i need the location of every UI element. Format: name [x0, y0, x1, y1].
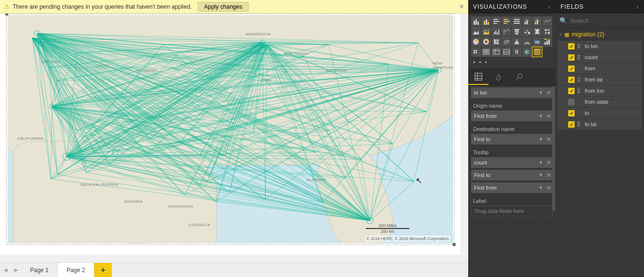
well-item-to-lon[interactable]: to lon▼✕	[471, 87, 553, 98]
apply-changes-button[interactable]: Apply changes	[198, 2, 249, 12]
add-page-button[interactable]: +	[94, 263, 112, 277]
viz-type-icon[interactable]	[512, 27, 522, 36]
table-migration[interactable]: ▿ ▦ migration (2)	[556, 28, 644, 41]
viz-type-icon[interactable]	[522, 16, 532, 26]
viz-type-icon[interactable]	[502, 16, 511, 26]
tabs-next-button[interactable]: ▶	[11, 263, 21, 277]
expand-icon[interactable]: ▿	[559, 32, 562, 37]
svg-rect-538	[474, 52, 475, 53]
viz-type-icon[interactable]	[481, 27, 491, 36]
checkbox-icon[interactable]: ✓	[568, 77, 575, 83]
chevron-down-icon[interactable]: ▼	[539, 160, 543, 165]
well-item-count[interactable]: count▼✕	[471, 157, 553, 168]
remove-field-icon[interactable]: ✕	[546, 136, 551, 143]
svg-point-528	[507, 40, 509, 42]
well-item-first-from-2[interactable]: First from▼✕	[471, 182, 553, 193]
well-item-first-from[interactable]: First from▼✕	[471, 111, 553, 121]
map-visual[interactable]: OREGON IDAHO WYOMING MINNESOTA WISCONSIN…	[6, 14, 455, 245]
chevron-down-icon[interactable]: ▼	[539, 90, 543, 95]
viz-type-icon[interactable]	[471, 47, 481, 57]
search-input[interactable]	[570, 17, 643, 24]
viz-type-icon[interactable]	[471, 27, 481, 36]
viz-type-icon[interactable]	[481, 37, 491, 47]
well-placeholder-label[interactable]: Drag data fields here	[471, 206, 553, 216]
viz-type-icon[interactable]	[542, 37, 552, 47]
chevron-down-icon[interactable]: ▼	[539, 173, 543, 178]
viz-type-icon[interactable]	[542, 27, 552, 36]
more-visuals-button[interactable]: • • •	[468, 58, 556, 69]
remove-field-icon[interactable]: ✕	[546, 185, 551, 191]
svg-rect-540	[483, 49, 489, 54]
viz-type-icon[interactable]	[471, 37, 481, 47]
field-count[interactable]: ✓Σcount	[558, 52, 642, 63]
svg-rect-504	[535, 22, 536, 24]
checkbox-icon[interactable]: ✓	[568, 54, 575, 61]
remove-field-icon[interactable]: ✕	[546, 90, 551, 96]
svg-rect-507	[495, 31, 496, 34]
vertical-scrollbar[interactable]	[460, 14, 468, 255]
remove-field-icon[interactable]: ✕	[546, 113, 551, 119]
fields-search[interactable]: 🔍	[556, 14, 644, 28]
remove-field-icon[interactable]: ✕	[546, 160, 551, 166]
fields-header[interactable]: FIELDS ›	[556, 0, 644, 14]
checkbox-icon[interactable]: ✓	[568, 88, 575, 94]
svg-line-173	[361, 70, 439, 159]
checkbox-icon[interactable]: ✓	[568, 43, 575, 49]
visualizations-header[interactable]: VISUALIZATIONS ›	[468, 0, 556, 14]
viz-type-icon[interactable]	[502, 47, 511, 57]
field-from[interactable]: ✓from	[558, 63, 642, 74]
horizontal-scrollbar[interactable]	[0, 255, 468, 262]
field-from-lon[interactable]: ✓Σfrom lon	[558, 85, 642, 96]
map-surface[interactable]: OREGON IDAHO WYOMING MINNESOTA WISCONSIN…	[8, 15, 453, 244]
viz-type-icon[interactable]	[522, 37, 532, 47]
tab-page-2[interactable]: Page 2	[58, 263, 94, 277]
viz-type-icon[interactable]	[522, 47, 532, 57]
viz-type-icon[interactable]	[542, 16, 552, 26]
format-tab[interactable]	[489, 69, 509, 85]
viz-type-icon[interactable]	[512, 37, 522, 47]
viz-type-icon[interactable]: R	[512, 47, 522, 57]
viz-type-icon[interactable]	[491, 37, 501, 47]
chevron-down-icon[interactable]: ▼	[539, 137, 543, 142]
svg-line-559	[516, 78, 519, 81]
well-item-first-to[interactable]: First to▼✕	[471, 134, 553, 145]
viz-type-icon[interactable]	[491, 16, 501, 26]
analytics-tab[interactable]	[509, 69, 529, 85]
close-notification-icon[interactable]: ✕	[459, 3, 464, 10]
well-label-origin-name: Origin name	[468, 100, 556, 111]
remove-field-icon[interactable]: ✕	[546, 172, 551, 179]
svg-rect-524	[496, 39, 497, 42]
viz-type-icon[interactable]	[491, 47, 501, 57]
svg-line-413	[32, 38, 361, 159]
tabs-prev-button[interactable]: ◀	[0, 263, 11, 277]
field-to-lat[interactable]: ✓Σto lat	[558, 119, 642, 130]
viz-type-icon[interactable]	[512, 16, 522, 26]
field-from-lat[interactable]: ✓Σfrom lat	[558, 74, 642, 85]
checkbox-icon[interactable]: ✓	[568, 121, 575, 128]
viz-type-icon[interactable]	[532, 47, 542, 57]
field-to-lon[interactable]: ✓Σto lon	[558, 41, 642, 51]
collapse-fields-icon[interactable]: ›	[636, 3, 639, 11]
well-item-first-to-2[interactable]: First to▼✕	[471, 170, 553, 180]
tab-page-1[interactable]: Page 1	[21, 263, 58, 277]
viz-type-icon[interactable]	[502, 27, 511, 36]
viz-type-icon[interactable]	[522, 27, 532, 36]
viz-type-icon[interactable]	[502, 37, 511, 47]
chevron-down-icon[interactable]: ▼	[539, 114, 543, 118]
viz-type-icon[interactable]	[481, 16, 491, 26]
collapse-viz-icon[interactable]: ›	[548, 3, 551, 11]
viz-type-icon[interactable]	[471, 16, 481, 26]
field-from-state[interactable]: ✓from state	[558, 97, 642, 107]
viz-type-icon[interactable]	[491, 27, 501, 36]
viz-type-icon[interactable]	[532, 27, 542, 36]
checkbox-icon[interactable]: ✓	[568, 65, 575, 72]
field-to[interactable]: ✓to	[558, 108, 642, 118]
viz-type-icon[interactable]	[532, 16, 542, 26]
viz-type-icon[interactable]: 123	[532, 37, 542, 47]
checkbox-icon[interactable]: ✓	[568, 110, 575, 116]
field-name: from state	[585, 99, 609, 105]
checkbox-icon[interactable]: ✓	[568, 99, 575, 105]
fields-well-tab[interactable]	[468, 69, 489, 85]
chevron-down-icon[interactable]: ▼	[539, 185, 543, 190]
viz-type-icon[interactable]	[481, 47, 491, 57]
